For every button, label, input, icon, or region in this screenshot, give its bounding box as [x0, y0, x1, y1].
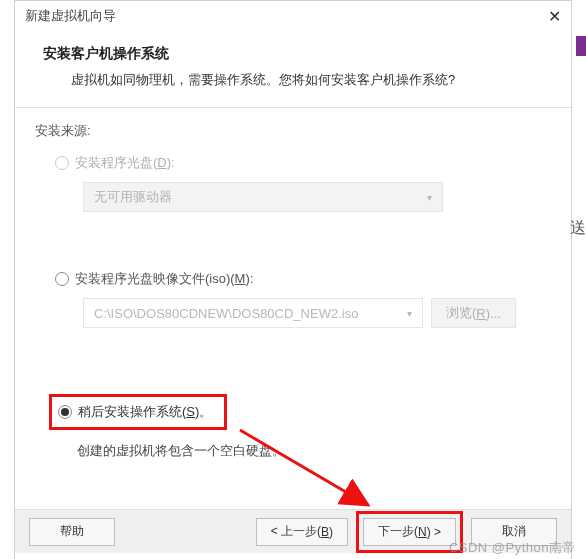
- chevron-down-icon: ▾: [427, 192, 432, 203]
- wizard-header: 安装客户机操作系统 虚拟机如同物理机，需要操作系统。您将如何安装客户机操作系统?: [15, 31, 571, 107]
- option-disc: 安装程序光盘(D): 无可用驱动器 ▾: [35, 154, 551, 212]
- radio-icon: [55, 156, 69, 170]
- later-label: 稍后安装操作系统(S)。: [78, 403, 212, 421]
- next-button[interactable]: 下一步(N) >: [363, 518, 456, 546]
- wizard-footer: 帮助 < 上一步(B) 下一步(N) > 取消: [15, 509, 571, 553]
- radio-disc[interactable]: 安装程序光盘(D):: [55, 154, 551, 172]
- radio-later[interactable]: 稍后安装操作系统(S)。: [58, 403, 212, 421]
- highlight-box-later: 稍后安装操作系统(S)。: [49, 394, 227, 430]
- disc-select-box[interactable]: 无可用驱动器 ▾: [83, 182, 443, 212]
- highlight-box-next: 下一步(N) >: [356, 511, 463, 553]
- close-icon[interactable]: ✕: [548, 7, 561, 26]
- iso-path-input[interactable]: C:\ISO\DOS80CDNEW\DOS80CD_NEW2.iso ▾: [83, 298, 423, 328]
- header-title: 安装客户机操作系统: [43, 45, 543, 63]
- disc-drive-select[interactable]: 无可用驱动器 ▾: [83, 182, 551, 212]
- browse-button[interactable]: 浏览(R)...: [431, 298, 516, 328]
- cancel-button[interactable]: 取消: [471, 518, 557, 546]
- iso-label: 安装程序光盘映像文件(iso)(M):: [75, 270, 253, 288]
- option-iso: 安装程序光盘映像文件(iso)(M): C:\ISO\DOS80CDNEW\DO…: [35, 270, 551, 328]
- spacer: [35, 338, 551, 394]
- help-button[interactable]: 帮助: [29, 518, 115, 546]
- chevron-down-icon: ▾: [407, 308, 412, 319]
- spacer: [35, 222, 551, 270]
- iso-path-value: C:\ISO\DOS80CDNEW\DOS80CD_NEW2.iso: [94, 306, 358, 321]
- header-subtitle: 虚拟机如同物理机，需要操作系统。您将如何安装客户机操作系统?: [71, 71, 543, 89]
- radio-icon: [55, 272, 69, 286]
- radio-iso[interactable]: 安装程序光盘映像文件(iso)(M):: [55, 270, 551, 288]
- later-hint: 创建的虚拟机将包含一个空白硬盘。: [77, 442, 551, 460]
- source-label: 安装来源:: [35, 122, 551, 140]
- wizard-body: 安装来源: 安装程序光盘(D): 无可用驱动器 ▾ 安装程: [15, 108, 571, 460]
- edge-bar: [576, 36, 586, 56]
- option-later: 稍后安装操作系统(S)。 创建的虚拟机将包含一个空白硬盘。: [35, 394, 551, 460]
- wizard-dialog: 新建虚拟机向导 ✕ 安装客户机操作系统 虚拟机如同物理机，需要操作系统。您将如何…: [14, 0, 572, 559]
- window-title: 新建虚拟机向导: [25, 7, 116, 25]
- edge-text: 送: [570, 218, 586, 239]
- disc-label: 安装程序光盘(D):: [75, 154, 175, 172]
- iso-path-row: C:\ISO\DOS80CDNEW\DOS80CD_NEW2.iso ▾ 浏览(…: [83, 298, 551, 328]
- back-button[interactable]: < 上一步(B): [256, 518, 348, 546]
- titlebar: 新建虚拟机向导 ✕: [15, 1, 571, 31]
- disc-select-value: 无可用驱动器: [94, 188, 172, 206]
- radio-icon: [58, 405, 72, 419]
